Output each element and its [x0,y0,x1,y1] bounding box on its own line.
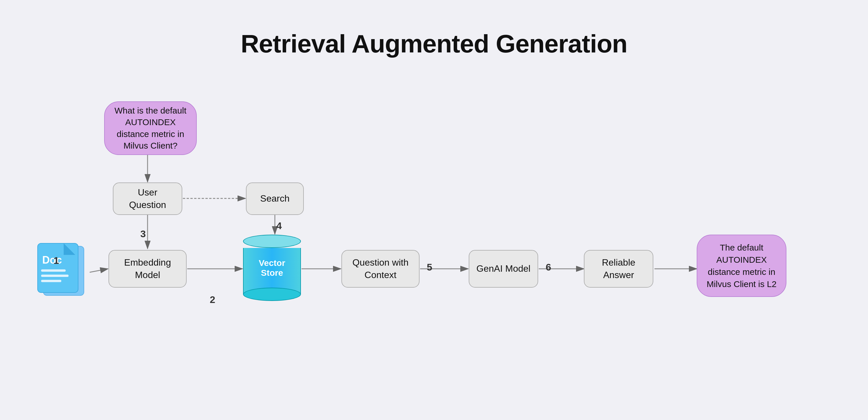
diagram: What is the default AUTOINDEX distance m… [23,93,850,397]
page-title: Retrieval Augmented Generation [0,0,868,58]
answer-bubble: The default AUTOINDEX distance metric in… [697,234,786,297]
question-context-box: Question with Context [341,250,420,288]
reliable-answer-box: Reliable Answer [584,250,653,288]
cylinder-bottom [243,288,301,301]
search-box: Search [246,183,304,215]
question-bubble: What is the default AUTOINDEX distance m… [104,102,197,155]
svg-rect-12 [38,243,78,292]
doc-icon: Doc [35,241,87,298]
step-6-label: 6 [546,261,551,273]
step-2-label: 2 [210,294,215,305]
step-1-label: 1 [54,255,59,266]
page: Retrieval Augmented Generation [0,0,868,420]
step-5-label: 5 [427,261,432,273]
user-question-box: User Question [113,183,182,215]
cylinder-body: Vector Store [243,248,301,294]
step-4-label: 4 [276,220,282,231]
svg-rect-15 [41,270,66,272]
svg-rect-17 [41,280,61,282]
step-3-label: 3 [140,228,146,240]
genai-model-box: GenAI Model [469,250,538,288]
cylinder-top [243,234,301,248]
svg-rect-16 [41,275,69,277]
embedding-model-box: Embedding Model [108,250,187,288]
svg-line-3 [90,269,108,272]
vector-store: Vector Store [243,234,301,301]
